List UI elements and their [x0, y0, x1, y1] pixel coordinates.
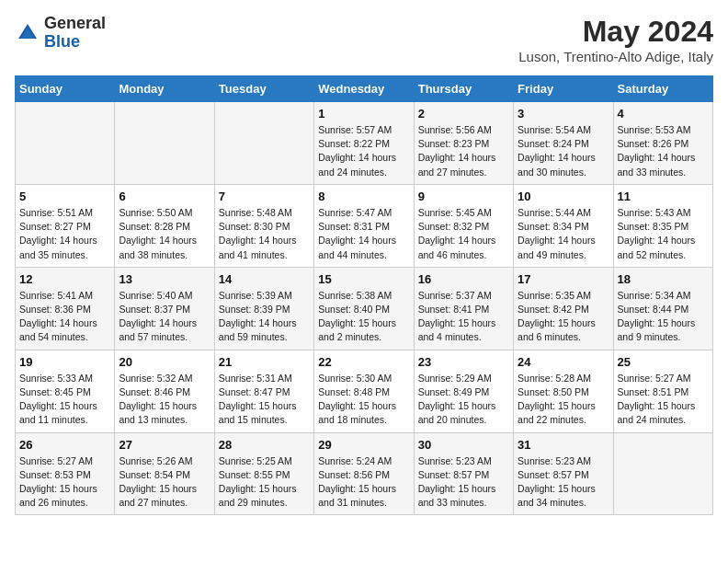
daylight-minutes-text: and 31 minutes. — [318, 496, 409, 510]
sunset-text: Sunset: 8:31 PM — [318, 220, 409, 234]
daylight-minutes-text: and 9 minutes. — [618, 330, 709, 344]
table-row: 19Sunrise: 5:33 AMSunset: 8:45 PMDayligh… — [16, 350, 115, 432]
daylight-hours-text: Daylight: 14 hours — [518, 151, 609, 165]
sunset-text: Sunset: 8:56 PM — [318, 468, 409, 482]
table-row: 30Sunrise: 5:23 AMSunset: 8:57 PMDayligh… — [414, 432, 513, 515]
daylight-minutes-text: and 38 minutes. — [119, 248, 210, 262]
sunset-text: Sunset: 8:35 PM — [618, 220, 709, 234]
sunset-text: Sunset: 8:23 PM — [418, 137, 509, 151]
table-row: 1Sunrise: 5:57 AMSunset: 8:22 PMDaylight… — [314, 102, 414, 185]
table-row: 3Sunrise: 5:54 AMSunset: 8:24 PMDaylight… — [514, 102, 613, 185]
table-row: 6Sunrise: 5:50 AMSunset: 8:28 PMDaylight… — [115, 184, 214, 267]
table-row — [115, 102, 214, 185]
day-number: 24 — [518, 355, 609, 369]
daylight-minutes-text: and 34 minutes. — [518, 496, 609, 510]
daylight-hours-text: Daylight: 15 hours — [318, 316, 409, 330]
sunrise-text: Sunrise: 5:54 AM — [518, 123, 609, 137]
daylight-minutes-text: and 33 minutes. — [618, 166, 709, 179]
day-number: 23 — [418, 355, 509, 369]
header-friday: Friday — [514, 76, 613, 102]
day-number: 14 — [219, 272, 310, 286]
sunrise-text: Sunrise: 5:23 AM — [418, 454, 509, 468]
day-number: 26 — [19, 438, 110, 452]
daylight-hours-text: Daylight: 15 hours — [418, 399, 509, 413]
calendar-week-row: 19Sunrise: 5:33 AMSunset: 8:45 PMDayligh… — [16, 350, 713, 432]
table-row: 28Sunrise: 5:25 AMSunset: 8:55 PMDayligh… — [214, 432, 313, 515]
day-number: 13 — [119, 272, 210, 286]
day-number: 25 — [618, 355, 709, 369]
daylight-hours-text: Daylight: 14 hours — [318, 234, 409, 247]
daylight-hours-text: Daylight: 15 hours — [19, 482, 110, 496]
calendar-table: Sunday Monday Tuesday Wednesday Thursday… — [15, 75, 713, 515]
day-number: 27 — [119, 438, 210, 452]
table-row: 5Sunrise: 5:51 AMSunset: 8:27 PMDaylight… — [16, 184, 115, 267]
day-number: 2 — [418, 107, 509, 121]
sunrise-text: Sunrise: 5:27 AM — [19, 454, 110, 468]
daylight-hours-text: Daylight: 14 hours — [518, 234, 609, 247]
sunrise-text: Sunrise: 5:47 AM — [318, 206, 409, 220]
sunset-text: Sunset: 8:36 PM — [19, 303, 110, 316]
calendar-week-row: 1Sunrise: 5:57 AMSunset: 8:22 PMDaylight… — [16, 102, 713, 185]
table-row: 7Sunrise: 5:48 AMSunset: 8:30 PMDaylight… — [214, 184, 313, 267]
sunset-text: Sunset: 8:30 PM — [219, 220, 310, 234]
daylight-minutes-text: and 54 minutes. — [19, 330, 110, 344]
day-number: 22 — [318, 355, 409, 369]
daylight-minutes-text: and 27 minutes. — [119, 496, 210, 510]
sunset-text: Sunset: 8:26 PM — [618, 137, 709, 151]
table-row: 26Sunrise: 5:27 AMSunset: 8:53 PMDayligh… — [16, 432, 115, 515]
logo-general-text: General — [44, 14, 106, 32]
day-number: 3 — [518, 107, 609, 121]
logo-icon — [15, 20, 40, 46]
day-number: 29 — [318, 438, 409, 452]
sunrise-text: Sunrise: 5:39 AM — [219, 289, 310, 303]
daylight-hours-text: Daylight: 14 hours — [318, 151, 409, 165]
calendar-week-row: 26Sunrise: 5:27 AMSunset: 8:53 PMDayligh… — [16, 432, 713, 515]
header-wednesday: Wednesday — [314, 76, 414, 102]
sunset-text: Sunset: 8:45 PM — [19, 385, 110, 399]
day-number: 8 — [318, 190, 409, 203]
day-number: 28 — [219, 438, 310, 452]
daylight-minutes-text: and 57 minutes. — [119, 330, 210, 344]
table-row: 4Sunrise: 5:53 AMSunset: 8:26 PMDaylight… — [613, 102, 712, 185]
daylight-hours-text: Daylight: 14 hours — [618, 151, 709, 165]
table-row: 22Sunrise: 5:30 AMSunset: 8:48 PMDayligh… — [314, 350, 414, 432]
daylight-hours-text: Daylight: 15 hours — [618, 399, 709, 413]
day-number: 31 — [518, 438, 609, 452]
daylight-minutes-text: and 18 minutes. — [318, 413, 409, 427]
sunset-text: Sunset: 8:41 PM — [418, 303, 509, 316]
day-number: 4 — [618, 107, 709, 121]
daylight-hours-text: Daylight: 14 hours — [418, 151, 509, 165]
sunset-text: Sunset: 8:54 PM — [119, 468, 210, 482]
daylight-hours-text: Daylight: 15 hours — [418, 316, 509, 330]
day-number: 30 — [418, 438, 509, 452]
daylight-hours-text: Daylight: 15 hours — [19, 399, 110, 413]
table-row: 15Sunrise: 5:38 AMSunset: 8:40 PMDayligh… — [314, 267, 414, 350]
daylight-hours-text: Daylight: 15 hours — [518, 399, 609, 413]
table-row: 20Sunrise: 5:32 AMSunset: 8:46 PMDayligh… — [115, 350, 214, 432]
sunset-text: Sunset: 8:50 PM — [518, 385, 609, 399]
daylight-hours-text: Daylight: 15 hours — [518, 316, 609, 330]
sunset-text: Sunset: 8:27 PM — [19, 220, 110, 234]
daylight-minutes-text: and 26 minutes. — [19, 496, 110, 510]
logo: General Blue — [15, 15, 106, 52]
sunrise-text: Sunrise: 5:25 AM — [219, 454, 310, 468]
daylight-hours-text: Daylight: 15 hours — [318, 399, 409, 413]
sunset-text: Sunset: 8:22 PM — [318, 137, 409, 151]
table-row: 29Sunrise: 5:24 AMSunset: 8:56 PMDayligh… — [314, 432, 414, 515]
daylight-minutes-text: and 11 minutes. — [19, 413, 110, 427]
table-row: 12Sunrise: 5:41 AMSunset: 8:36 PMDayligh… — [16, 267, 115, 350]
sunrise-text: Sunrise: 5:28 AM — [518, 372, 609, 385]
table-row: 16Sunrise: 5:37 AMSunset: 8:41 PMDayligh… — [414, 267, 513, 350]
calendar-header-row: Sunday Monday Tuesday Wednesday Thursday… — [16, 76, 713, 102]
table-row — [16, 102, 115, 185]
sunrise-text: Sunrise: 5:33 AM — [19, 372, 110, 385]
sunset-text: Sunset: 8:47 PM — [219, 385, 310, 399]
sunrise-text: Sunrise: 5:27 AM — [618, 372, 709, 385]
header-sunday: Sunday — [16, 76, 115, 102]
sunset-text: Sunset: 8:40 PM — [318, 303, 409, 316]
daylight-minutes-text: and 22 minutes. — [518, 413, 609, 427]
day-number: 21 — [219, 355, 310, 369]
sunrise-text: Sunrise: 5:50 AM — [119, 206, 210, 220]
sunrise-text: Sunrise: 5:35 AM — [518, 289, 609, 303]
daylight-hours-text: Daylight: 14 hours — [219, 316, 310, 330]
